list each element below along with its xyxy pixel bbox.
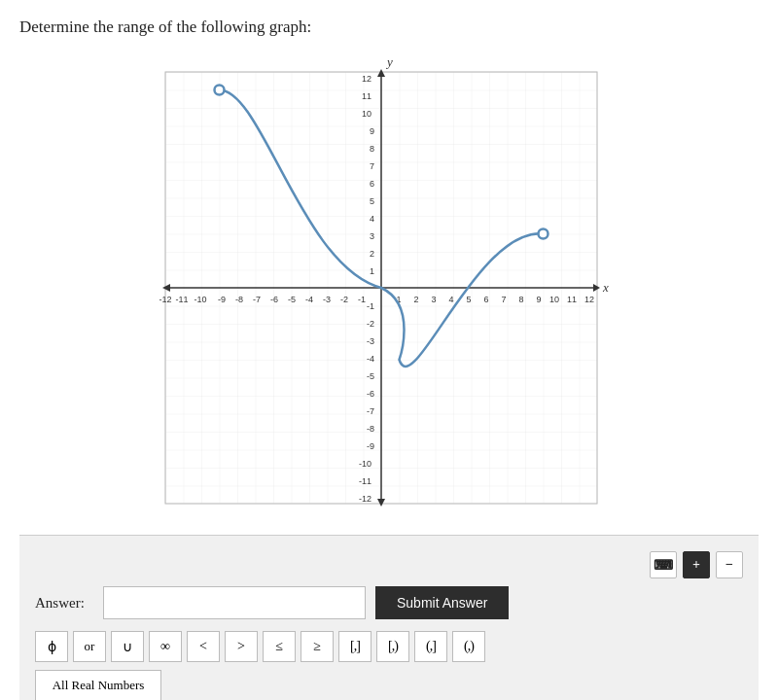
- svg-text:y: y: [385, 54, 393, 69]
- svg-text:-5: -5: [367, 371, 374, 381]
- svg-point-57: [215, 86, 225, 95]
- svg-text:8: 8: [518, 295, 523, 304]
- svg-text:3: 3: [370, 231, 374, 241]
- answer-label: Answer:: [35, 595, 93, 612]
- svg-text:-6: -6: [367, 389, 374, 399]
- plus-icon[interactable]: +: [683, 551, 710, 578]
- symbol-row: ϕ or ∪ ∞ < > ≤ ≥ [,] [,) (,] (,): [35, 631, 743, 662]
- svg-text:11: 11: [567, 295, 577, 304]
- svg-text:-9: -9: [218, 295, 226, 304]
- symbol-greater[interactable]: >: [225, 631, 258, 662]
- svg-text:-1: -1: [367, 301, 374, 311]
- svg-text:9: 9: [370, 126, 374, 136]
- svg-text:-5: -5: [288, 295, 296, 304]
- svg-text:-11: -11: [175, 295, 188, 304]
- svg-text:-6: -6: [270, 295, 278, 304]
- svg-text:4: 4: [448, 295, 453, 304]
- symbol-infinity[interactable]: ∞: [149, 631, 182, 662]
- svg-text:-8: -8: [235, 295, 243, 304]
- answer-section: ⌨ + − Answer: Submit Answer ϕ or ∪ ∞ < >…: [19, 535, 759, 700]
- svg-text:-3: -3: [323, 295, 331, 304]
- symbol-bracket-close[interactable]: [,]: [338, 631, 371, 662]
- symbol-geq[interactable]: ≥: [301, 631, 334, 662]
- submit-button[interactable]: Submit Answer: [375, 586, 509, 619]
- svg-text:-10: -10: [359, 459, 371, 469]
- minus-icon[interactable]: −: [716, 551, 743, 578]
- symbol-bracket-half-open[interactable]: [,): [376, 631, 409, 662]
- question-text: Determine the range of the following gra…: [19, 18, 759, 37]
- svg-text:-12: -12: [159, 295, 171, 304]
- answer-input[interactable]: [103, 586, 366, 619]
- svg-text:5: 5: [466, 295, 471, 304]
- svg-text:-2: -2: [367, 319, 374, 329]
- symbol-paren-open[interactable]: (,): [452, 631, 485, 662]
- svg-text:12: 12: [584, 295, 594, 304]
- svg-text:9: 9: [536, 295, 541, 304]
- graph-container: x y -1 -2 -3 -4 -5 -6 -7 -8 -9 -10 -11 -…: [146, 52, 632, 519]
- symbol-union[interactable]: ∪: [111, 631, 144, 662]
- svg-text:-2: -2: [340, 295, 348, 304]
- svg-text:-7: -7: [253, 295, 261, 304]
- svg-text:6: 6: [483, 295, 488, 304]
- svg-text:-3: -3: [367, 336, 374, 346]
- svg-text:2: 2: [370, 249, 374, 259]
- keyboard-icon[interactable]: ⌨: [650, 551, 677, 578]
- symbol-or[interactable]: or: [73, 631, 106, 662]
- symbol-leq[interactable]: ≤: [263, 631, 296, 662]
- symbol-less[interactable]: <: [187, 631, 220, 662]
- svg-text:4: 4: [370, 214, 374, 224]
- symbol-phi[interactable]: ϕ: [35, 631, 68, 662]
- svg-text:7: 7: [501, 295, 506, 304]
- symbol-paren-half-open[interactable]: (,]: [414, 631, 447, 662]
- svg-text:12: 12: [362, 74, 371, 84]
- svg-text:-7: -7: [367, 406, 374, 416]
- svg-point-58: [539, 229, 548, 239]
- svg-text:-11: -11: [359, 476, 371, 486]
- svg-text:6: 6: [370, 179, 374, 189]
- svg-text:-4: -4: [305, 295, 313, 304]
- svg-text:7: 7: [370, 161, 374, 171]
- svg-text:-1: -1: [358, 295, 366, 304]
- svg-text:8: 8: [370, 144, 374, 154]
- svg-text:5: 5: [370, 196, 374, 206]
- svg-text:3: 3: [431, 295, 436, 304]
- svg-text:-8: -8: [367, 424, 374, 434]
- svg-text:10: 10: [362, 109, 371, 119]
- svg-text:1: 1: [370, 266, 374, 276]
- svg-text:-4: -4: [367, 354, 374, 364]
- svg-text:-10: -10: [194, 295, 206, 304]
- svg-text:2: 2: [413, 295, 418, 304]
- svg-text:x: x: [602, 280, 609, 295]
- svg-text:10: 10: [549, 295, 559, 304]
- svg-text:11: 11: [362, 91, 371, 101]
- svg-text:-12: -12: [359, 494, 371, 504]
- all-real-numbers-button[interactable]: All Real Numbers: [35, 670, 161, 700]
- svg-text:-9: -9: [367, 441, 374, 451]
